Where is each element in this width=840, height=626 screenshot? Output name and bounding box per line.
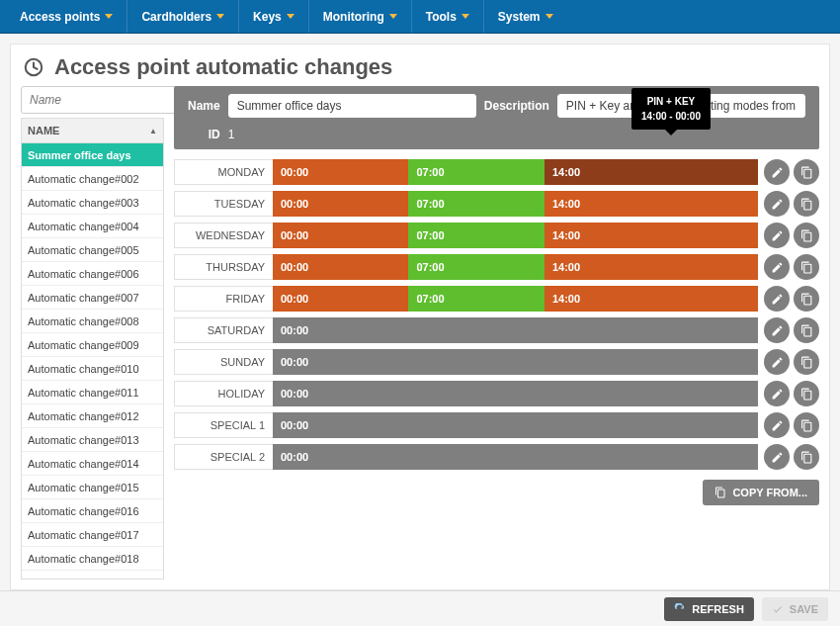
copy-icon <box>800 229 813 242</box>
nav-item[interactable]: Monitoring <box>309 0 412 33</box>
id-label: ID <box>188 128 220 141</box>
time-segment[interactable]: 07:00 <box>408 223 544 248</box>
nav-item[interactable]: Access points <box>6 0 127 33</box>
list-item[interactable]: Automatic change#011 <box>22 381 163 404</box>
copy-button[interactable] <box>794 191 819 217</box>
list-item[interactable]: Automatic change#002 <box>22 167 163 191</box>
list-item[interactable]: Automatic change#005 <box>22 238 163 262</box>
copy-icon <box>800 451 813 464</box>
list-item[interactable]: Automatic change#012 <box>22 404 163 428</box>
edit-button[interactable] <box>764 444 790 470</box>
day-bar[interactable]: 00:0007:0014:00 <box>273 159 758 185</box>
check-icon <box>772 603 784 615</box>
day-bar[interactable]: 00:00 <box>273 444 758 470</box>
list-header[interactable]: NAME ▲ <box>21 118 164 143</box>
refresh-button[interactable]: REFRESH <box>664 597 754 621</box>
copy-button[interactable] <box>794 444 819 470</box>
nav-item[interactable]: Tools <box>412 0 484 33</box>
day-bar[interactable]: 00:0007:0014:00 <box>273 254 758 280</box>
day-row: FRIDAY00:0007:0014:00 <box>174 286 819 312</box>
copy-button[interactable] <box>794 159 819 185</box>
day-bar[interactable]: 00:00 <box>273 317 758 343</box>
list-item[interactable]: Automatic change#007 <box>22 286 163 310</box>
time-segment[interactable]: 14:00 <box>545 159 758 185</box>
time-segment[interactable]: 14:00 <box>545 223 758 248</box>
row-actions <box>764 254 819 280</box>
list-item[interactable]: Automatic change#014 <box>22 452 163 476</box>
list-item[interactable]: Summer office days <box>22 143 163 167</box>
copy-icon <box>800 166 813 179</box>
day-bar[interactable]: 00:00 <box>273 349 758 375</box>
nav-item[interactable]: Cardholders <box>127 0 239 33</box>
time-segment[interactable]: 00:00 <box>273 286 408 312</box>
time-segment[interactable]: 00:00 <box>273 444 758 470</box>
time-segment[interactable]: 07:00 <box>408 159 544 185</box>
copy-button[interactable] <box>794 412 819 438</box>
time-segment[interactable]: 00:00 <box>273 191 408 217</box>
list-item[interactable]: Automatic change#010 <box>22 357 163 381</box>
time-segment[interactable]: 07:00 <box>408 254 544 280</box>
copy-button[interactable] <box>794 349 819 375</box>
day-row: SPECIAL 100:00 <box>174 412 819 438</box>
copy-button[interactable] <box>794 317 819 343</box>
edit-button[interactable] <box>764 381 790 406</box>
time-segment[interactable]: 07:00 <box>408 191 544 217</box>
copy-from-button[interactable]: COPY FROM... <box>703 480 819 505</box>
pencil-icon <box>771 356 784 369</box>
copy-button[interactable] <box>794 223 819 248</box>
nav-item-label: Cardholders <box>141 10 211 24</box>
time-segment[interactable]: 00:00 <box>273 317 758 343</box>
day-bar[interactable]: 00:0007:0014:00 <box>273 286 758 312</box>
time-segment[interactable]: 00:00 <box>273 381 758 406</box>
list-item[interactable]: Automatic change#015 <box>22 476 163 499</box>
day-label: MONDAY <box>174 159 273 185</box>
list-item[interactable]: Automatic change#006 <box>22 262 163 286</box>
list-item[interactable]: Automatic change#017 <box>22 523 163 547</box>
day-row: SPECIAL 200:00 <box>174 444 819 470</box>
edit-button[interactable] <box>764 317 790 343</box>
row-actions <box>764 159 819 185</box>
day-bar[interactable]: 00:00 <box>273 381 758 406</box>
name-label: Name <box>188 99 220 113</box>
sidebar: NAME ▲ Summer office daysAutomatic chang… <box>21 86 164 580</box>
list-item[interactable]: Automatic change#013 <box>22 428 163 452</box>
time-segment[interactable]: 00:00 <box>273 223 408 248</box>
day-bar[interactable]: 00:0007:0014:00 <box>273 191 758 217</box>
copy-button[interactable] <box>794 381 819 406</box>
name-input[interactable] <box>228 94 476 118</box>
nav-item[interactable]: Keys <box>239 0 309 33</box>
edit-button[interactable] <box>764 254 790 280</box>
day-bar[interactable]: 00:0007:0014:00 <box>273 223 758 248</box>
edit-button[interactable] <box>764 349 790 375</box>
time-segment[interactable]: 14:00 <box>545 254 758 280</box>
list-item[interactable]: Automatic change#009 <box>22 333 163 357</box>
copy-icon <box>800 324 813 337</box>
copy-button[interactable] <box>794 286 819 312</box>
copy-button[interactable] <box>794 254 819 280</box>
time-segment[interactable]: 14:00 <box>545 286 758 312</box>
day-bar[interactable]: 00:00 <box>273 412 758 438</box>
page-header: Access point automatic changes <box>11 45 829 86</box>
time-segment[interactable]: 00:00 <box>273 412 758 438</box>
list-container[interactable]: Summer office daysAutomatic change#002Au… <box>21 143 164 580</box>
time-segment[interactable]: 00:00 <box>273 159 408 185</box>
time-segment[interactable]: 00:00 <box>273 254 408 280</box>
time-segment[interactable]: 00:00 <box>273 349 758 375</box>
nav-item[interactable]: System <box>484 0 567 33</box>
content-area: NAME ▲ Summer office daysAutomatic chang… <box>11 86 829 589</box>
list-item[interactable]: Automatic change#016 <box>22 499 163 523</box>
list-item[interactable]: Automatic change#003 <box>22 191 163 215</box>
list-item[interactable]: Automatic change#008 <box>22 310 163 333</box>
edit-button[interactable] <box>764 159 790 185</box>
list-item[interactable]: Automatic change#018 <box>22 547 163 571</box>
copy-row: COPY FROM... <box>174 480 819 505</box>
edit-button[interactable] <box>764 412 790 438</box>
time-segment[interactable]: 07:00 <box>408 286 544 312</box>
list-item[interactable]: Automatic change#004 <box>22 215 163 238</box>
edit-button[interactable] <box>764 191 790 217</box>
edit-button[interactable] <box>764 286 790 312</box>
time-segment[interactable]: 14:00 <box>545 191 758 217</box>
edit-button[interactable] <box>764 223 790 248</box>
refresh-label: REFRESH <box>692 603 744 615</box>
search-input[interactable] <box>21 86 188 114</box>
